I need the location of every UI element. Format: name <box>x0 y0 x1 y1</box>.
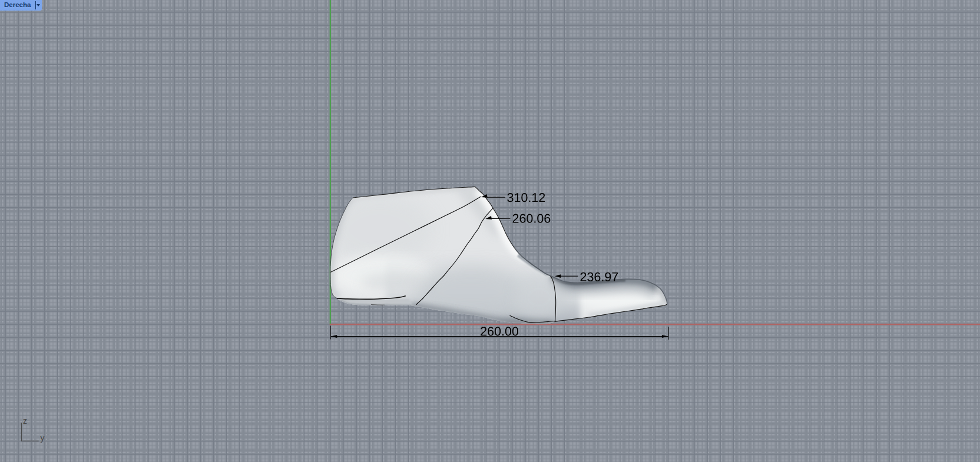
svg-text:y: y <box>41 433 45 443</box>
svg-text:z: z <box>23 416 27 426</box>
